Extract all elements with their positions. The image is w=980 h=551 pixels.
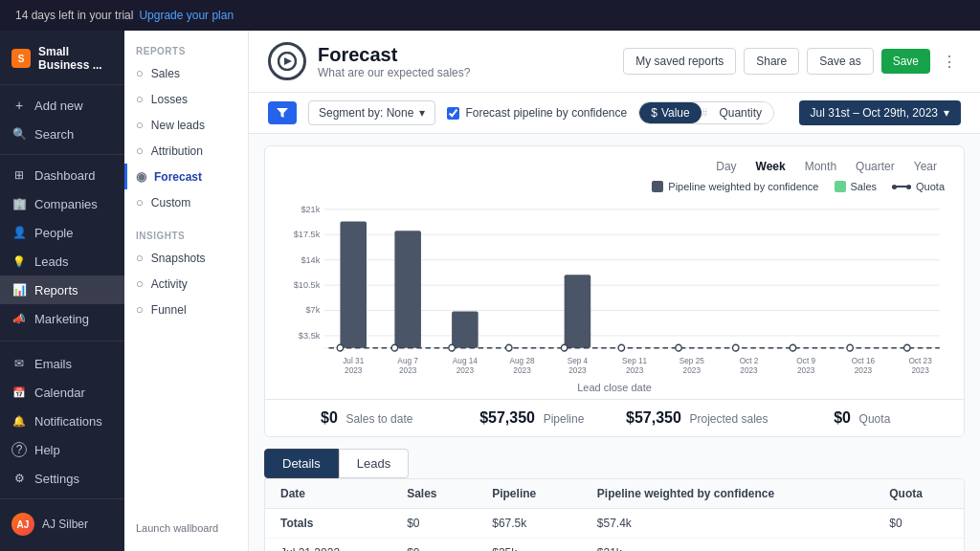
save-button[interactable]: Save xyxy=(881,49,930,74)
stat-quota: $0 Quota xyxy=(780,409,946,427)
time-btn-week[interactable]: Week xyxy=(748,156,793,177)
sub-sidebar-item-custom[interactable]: ○ Custom xyxy=(124,189,248,215)
user-avatar: AJ xyxy=(11,513,34,536)
sub-sidebar-item-snapshots[interactable]: ○ Snapshots xyxy=(124,245,248,271)
stat-pipeline: $57,350 Pipeline xyxy=(450,409,615,427)
reports-icon: 📊 xyxy=(11,282,27,298)
trial-text: 14 days left in your trial xyxy=(15,9,133,22)
sidebar-item-calendar[interactable]: 📅 Calendar xyxy=(0,378,124,407)
chevron-down-icon-date: ▾ xyxy=(944,106,949,120)
svg-text:Aug 14: Aug 14 xyxy=(453,356,478,365)
table-row: Jul 31 2023 $0 $25k $21k xyxy=(265,539,964,552)
svg-text:Sep 11: Sep 11 xyxy=(622,356,647,365)
company-icon: S xyxy=(11,49,31,68)
sub-sidebar-item-activity[interactable]: ○ Activity xyxy=(124,271,248,297)
svg-rect-16 xyxy=(394,231,421,347)
sidebar-item-settings[interactable]: ⚙ Settings xyxy=(0,464,124,493)
svg-text:Oct 2: Oct 2 xyxy=(740,356,759,365)
sidebar-user[interactable]: AJ AJ Silber xyxy=(0,505,124,543)
sidebar-item-search[interactable]: 🔍 Search xyxy=(0,120,124,148)
sidebar-item-reports[interactable]: 📊 Reports xyxy=(0,276,124,304)
table-area: Date Sales Pipeline Pipeline weighted by… xyxy=(264,478,965,551)
svg-rect-15 xyxy=(340,222,367,348)
value-button[interactable]: $ Value xyxy=(639,102,702,123)
svg-point-21 xyxy=(391,344,397,351)
sales-icon: ○ xyxy=(136,66,144,80)
svg-text:Oct 16: Oct 16 xyxy=(852,356,876,365)
sub-sidebar-item-new-leads[interactable]: ○ New leads xyxy=(124,112,248,138)
sidebar-item-dashboard[interactable]: ⊞ Dashboard xyxy=(0,161,124,189)
svg-rect-17 xyxy=(452,311,479,347)
save-as-button[interactable]: Save as xyxy=(807,48,873,75)
page-title: Forecast xyxy=(318,44,470,66)
col-pipeline: Pipeline xyxy=(477,479,582,509)
svg-text:$3.5k: $3.5k xyxy=(299,330,321,341)
more-options-button[interactable]: ⋮ xyxy=(938,49,961,75)
svg-text:2023: 2023 xyxy=(568,365,587,375)
svg-text:Aug 28: Aug 28 xyxy=(509,356,534,365)
filter-button[interactable] xyxy=(268,101,297,124)
sub-sidebar-item-attribution[interactable]: ○ Attribution xyxy=(124,138,248,164)
sidebar-item-add[interactable]: + Add new xyxy=(0,91,124,120)
marketing-icon: 📣 xyxy=(11,311,27,326)
launch-wallboard[interactable]: Launch wallboard xyxy=(124,517,248,540)
new-leads-icon: ○ xyxy=(136,118,144,132)
time-btn-year[interactable]: Year xyxy=(906,156,945,177)
sidebar-item-emails[interactable]: ✉ Emails xyxy=(0,349,124,378)
insights-section-label: INSIGHTS xyxy=(124,227,248,245)
stats-bar: $0 Sales to date $57,350 Pipeline $57,35… xyxy=(265,399,964,436)
time-btn-month[interactable]: Month xyxy=(797,156,844,177)
funnel-icon: ○ xyxy=(136,302,144,317)
svg-point-20 xyxy=(337,344,343,351)
svg-point-26 xyxy=(676,344,681,351)
svg-text:Aug 7: Aug 7 xyxy=(397,356,418,365)
svg-text:Oct 23: Oct 23 xyxy=(908,356,932,365)
legend-sales: Sales xyxy=(835,181,878,192)
sub-sidebar: REPORTS ○ Sales ○ Losses ○ New leads ○ A… xyxy=(124,31,249,551)
sidebar-item-companies[interactable]: 🏢 Companies xyxy=(0,189,124,218)
svg-text:$21k: $21k xyxy=(301,203,320,213)
time-btn-quarter[interactable]: Quarter xyxy=(848,156,902,177)
svg-text:Jul 31: Jul 31 xyxy=(343,356,364,365)
upgrade-link[interactable]: Upgrade your plan xyxy=(139,9,234,22)
svg-point-22 xyxy=(449,344,455,351)
x-axis-label: Lead close date xyxy=(265,382,964,399)
companies-icon: 🏢 xyxy=(11,196,27,211)
sidebar-item-marketing[interactable]: 📣 Marketing xyxy=(0,304,124,333)
sidebar-company[interactable]: S Small Business ... xyxy=(0,38,124,78)
snapshots-icon: ○ xyxy=(136,251,144,265)
date-range-button[interactable]: Jul 31st – Oct 29th, 2023 ▾ xyxy=(799,100,961,125)
svg-text:$10.5k: $10.5k xyxy=(294,279,321,290)
sidebar-item-notifications[interactable]: 🔔 Notifications xyxy=(0,407,124,435)
sidebar-item-help[interactable]: ? Help xyxy=(0,435,124,464)
share-button[interactable]: Share xyxy=(744,48,799,75)
vq-separator: # xyxy=(702,106,708,120)
col-quota: Quota xyxy=(874,479,964,509)
svg-point-23 xyxy=(506,344,512,351)
svg-text:2023: 2023 xyxy=(797,365,815,375)
quantity-button[interactable]: Quantity xyxy=(707,102,773,123)
forecast-checkbox[interactable] xyxy=(447,107,459,120)
forecast-circle-icon xyxy=(268,42,306,80)
sidebar-item-people[interactable]: 👤 People xyxy=(0,218,124,247)
sub-sidebar-item-losses[interactable]: ○ Losses xyxy=(124,86,248,112)
svg-point-29 xyxy=(847,344,853,351)
svg-text:$14k: $14k xyxy=(301,253,320,264)
sub-sidebar-item-funnel[interactable]: ○ Funnel xyxy=(124,297,248,322)
filter-icon xyxy=(276,106,289,120)
svg-text:2023: 2023 xyxy=(855,365,873,375)
col-sales: Sales xyxy=(391,479,477,509)
svg-text:2023: 2023 xyxy=(457,365,475,375)
forecast-checkbox-label[interactable]: Forecast pipeline by confidence xyxy=(447,106,627,120)
sub-sidebar-item-sales[interactable]: ○ Sales xyxy=(124,60,248,86)
tab-details[interactable]: Details xyxy=(264,449,339,478)
emails-icon: ✉ xyxy=(11,356,27,371)
time-btn-day[interactable]: Day xyxy=(708,156,744,177)
sub-sidebar-item-forecast[interactable]: ◉ Forecast xyxy=(124,164,248,189)
tab-leads[interactable]: Leads xyxy=(339,449,409,478)
my-saved-reports-button[interactable]: My saved reports xyxy=(623,48,736,75)
svg-text:2023: 2023 xyxy=(740,365,758,375)
sidebar-item-leads[interactable]: 💡 Leads xyxy=(0,247,124,276)
svg-text:$7k: $7k xyxy=(306,304,321,315)
segment-button[interactable]: Segment by: None ▾ xyxy=(308,100,435,125)
